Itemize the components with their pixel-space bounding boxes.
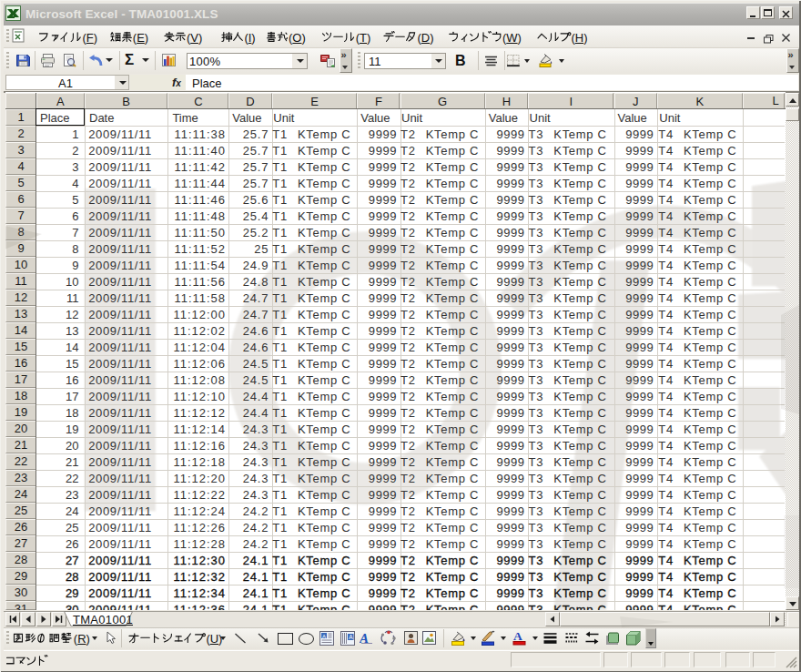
svg-text:A: A bbox=[322, 634, 326, 639]
svg-text:A: A bbox=[513, 629, 522, 643]
svg-text:A: A bbox=[349, 634, 353, 640]
